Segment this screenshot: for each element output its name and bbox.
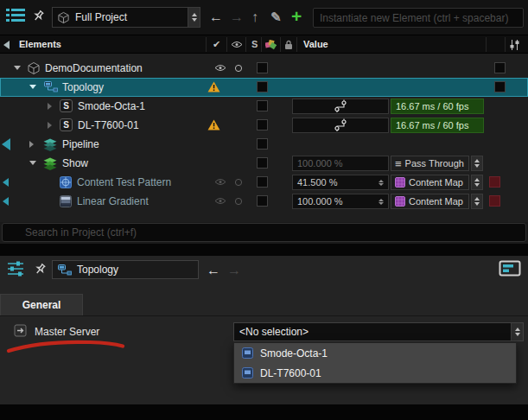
back-button[interactable]: ← [209, 10, 223, 24]
step-up-icon[interactable] [192, 13, 197, 16]
topology-node-preview[interactable] [292, 99, 389, 114]
tab-general[interactable]: General [0, 294, 83, 315]
column-separator [280, 37, 281, 52]
step-up-icon[interactable] [379, 180, 384, 182]
enable-checkbox[interactable] [257, 100, 268, 111]
tab-underline [0, 315, 528, 316]
topology-icon [58, 264, 72, 276]
menu-icon-glyph [6, 8, 25, 22]
tree-row-dl-t7600-01[interactable]: S DL-T7600-01 16.67 ms / 60 fps [0, 116, 528, 135]
step-down-icon[interactable] [474, 183, 480, 187]
menu-icon[interactable] [6, 8, 25, 22]
opacity-stepper[interactable] [379, 199, 384, 205]
preview-swatch[interactable] [489, 176, 500, 188]
red-underline-annotation [5, 340, 128, 353]
opacity-field[interactable]: 100.000 % [292, 156, 389, 171]
elements-title: Elements [19, 39, 61, 49]
blend-mode-value: Pass Through [405, 158, 464, 169]
edit-icon[interactable]: ✎ [270, 10, 282, 23]
opacity-field[interactable]: 100.000 % [292, 194, 389, 209]
tree-row-smode-octa-1[interactable]: S Smode-Octa-1 16.67 ms / 60 fps [0, 97, 528, 116]
bottom-strip [0, 404, 528, 420]
enable-checkbox[interactable] [257, 138, 268, 150]
project-scope-stepper[interactable] [188, 8, 200, 27]
expand-open-icon[interactable] [14, 66, 21, 70]
step-down-icon[interactable] [192, 18, 197, 22]
opacity-stepper[interactable] [379, 180, 384, 186]
blend-stepper[interactable] [471, 175, 483, 190]
step-down-icon[interactable] [474, 164, 480, 168]
step-up-icon[interactable] [515, 328, 520, 331]
enable-checkbox[interactable] [257, 195, 268, 207]
eye-icon[interactable] [214, 197, 226, 205]
up-level-button[interactable]: ↑ [251, 10, 258, 24]
master-server-options-list: Smode-Octa-1 DL-T7600-01 [233, 342, 517, 384]
expand-open-icon[interactable] [29, 161, 36, 165]
option-smode-octa-1[interactable]: Smode-Octa-1 [234, 343, 516, 363]
pin-icon[interactable] [31, 9, 46, 23]
expand-closed-icon[interactable] [29, 141, 34, 148]
pin-icon[interactable] [33, 262, 48, 277]
step-up-icon[interactable] [474, 159, 480, 162]
mixer-column-icon[interactable] [509, 39, 519, 51]
blend-mode-select[interactable]: Content Map [391, 175, 469, 190]
history-forward-button[interactable]: → [227, 264, 241, 277]
tree-row-topology[interactable]: Topology [0, 78, 528, 97]
tree-row-content-test-pattern[interactable]: Content Test Pattern 41.500 % Content Ma… [0, 173, 528, 192]
blend-mode-select[interactable]: Content Map [391, 194, 469, 209]
tree-row-demodocumentation[interactable]: DemoDocumentation [0, 59, 528, 78]
forward-button[interactable]: → [230, 10, 244, 24]
lock-column-icon [284, 40, 293, 50]
solo-circle-icon[interactable] [234, 64, 243, 73]
solo-circle-icon[interactable] [234, 178, 243, 187]
blend-stepper[interactable] [471, 156, 483, 171]
sliders-icon[interactable] [7, 261, 24, 277]
eye-icon[interactable] [214, 64, 226, 72]
topology-node-preview[interactable] [292, 118, 389, 133]
inspected-element-box[interactable]: Topology [52, 260, 199, 279]
tree-row-linear-gradient[interactable]: Linear Gradient 100.000 % Content Map [0, 192, 528, 211]
enable-checkbox[interactable] [257, 119, 268, 130]
step-down-icon[interactable] [474, 202, 480, 206]
solo-column-label: S [251, 39, 258, 49]
step-down-icon[interactable] [379, 202, 384, 205]
solo-circle-icon[interactable] [234, 197, 243, 206]
server-badge-icon: S [60, 99, 73, 112]
collapse-panel-arrow-icon[interactable] [3, 41, 10, 49]
history-back-button[interactable]: ← [207, 264, 220, 277]
expand-closed-icon[interactable] [48, 103, 52, 110]
monitor-icon[interactable] [499, 260, 521, 278]
option-dl-t7600-01[interactable]: DL-T7600-01 [234, 363, 516, 383]
opacity-field[interactable]: 41.500 % [292, 175, 389, 190]
instantiate-input[interactable] [313, 8, 524, 28]
expand-closed-icon[interactable] [48, 122, 52, 129]
project-cube-icon [27, 61, 41, 75]
step-up-icon[interactable] [474, 178, 480, 181]
enable-checkbox[interactable] [257, 81, 268, 92]
right-checkbox[interactable] [494, 62, 506, 73]
enable-checkbox[interactable] [257, 157, 268, 169]
search-input[interactable] [2, 223, 526, 242]
tree-row-pipeline[interactable]: Pipeline [0, 135, 528, 154]
option-label: DL-T7600-01 [260, 367, 321, 379]
enable-checkbox[interactable] [257, 62, 268, 73]
preview-swatch[interactable] [489, 195, 500, 207]
step-up-icon[interactable] [474, 197, 480, 200]
blend-mode-select[interactable]: ≡ Pass Through [391, 156, 469, 171]
expand-open-icon[interactable] [29, 85, 36, 89]
right-checkbox[interactable] [494, 81, 506, 92]
add-element-button[interactable]: + [291, 7, 302, 25]
enable-checkbox[interactable] [257, 176, 268, 188]
step-down-icon[interactable] [379, 183, 384, 186]
step-down-icon[interactable] [515, 333, 520, 336]
master-server-select[interactable]: <No selection> [233, 322, 524, 341]
project-scope-select[interactable]: Full Project [52, 7, 200, 28]
blend-stepper[interactable] [471, 194, 483, 209]
project-tree: DemoDocumentation Topology [0, 54, 528, 223]
tree-row-show[interactable]: Show 100.000 % ≡ Pass Through [0, 154, 528, 173]
parameter-icon [14, 324, 27, 337]
eye-icon[interactable] [214, 178, 226, 186]
panel-divider[interactable] [0, 244, 528, 256]
step-up-icon[interactable] [379, 199, 384, 201]
master-server-stepper[interactable] [511, 323, 523, 340]
